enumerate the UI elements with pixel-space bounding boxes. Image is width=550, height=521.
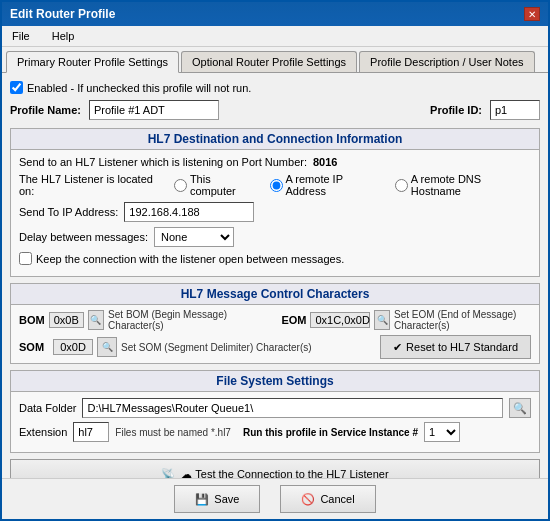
profile-name-label: Profile Name:: [10, 104, 81, 116]
menu-file[interactable]: File: [6, 28, 36, 44]
test-connection-button[interactable]: 📡 ☁ Test the Connection to the HL7 Liste…: [10, 459, 540, 478]
hl7-destination-section: HL7 Destination and Connection Informati…: [10, 128, 540, 277]
profile-name-input[interactable]: [89, 100, 219, 120]
radio-group: This computer A remote IP Address A remo…: [174, 173, 531, 197]
main-content: Enabled - If unchecked this profile will…: [2, 73, 548, 478]
check-icon: ✔: [393, 341, 402, 354]
keep-conn-label: Keep the connection with the listener op…: [19, 252, 344, 265]
save-icon: 💾: [195, 493, 209, 506]
som-label: SOM: [19, 341, 49, 353]
som-item: SOM 0x0D 🔍 Set SOM (Segment Delimiter) C…: [19, 337, 312, 357]
port-value: 8016: [313, 156, 337, 168]
som-reset-row: SOM 0x0D 🔍 Set SOM (Segment Delimiter) C…: [11, 335, 539, 363]
data-folder-row: Data Folder 🔍: [19, 398, 531, 418]
ip-address-row: Send To IP Address:: [19, 202, 531, 222]
tab-primary[interactable]: Primary Router Profile Settings: [6, 51, 179, 73]
delay-select[interactable]: None 100ms 250ms 500ms 1 sec: [154, 227, 234, 247]
delay-row: Delay between messages: None 100ms 250ms…: [19, 227, 531, 247]
extension-input[interactable]: [73, 422, 109, 442]
files-note: Files must be named *.hl7: [115, 427, 231, 438]
profile-row: Profile Name: Profile ID:: [10, 100, 540, 120]
radio-remote-dns: A remote DNS Hostname: [395, 173, 531, 197]
hl7-destination-title: HL7 Destination and Connection Informati…: [11, 129, 539, 150]
som-search-btn[interactable]: 🔍: [97, 337, 117, 357]
save-button[interactable]: 💾 Save: [174, 485, 260, 513]
hl7-destination-body: Send to an HL7 Listener which is listeni…: [11, 150, 539, 276]
data-folder-input[interactable]: [82, 398, 503, 418]
eom-desc: Set EOM (End of Message) Character(s): [394, 309, 531, 331]
eom-item: EOM 0x1C,0x0D 🔍 Set EOM (End of Message)…: [281, 309, 531, 331]
file-system-title: File System Settings: [11, 371, 539, 392]
title-bar: Edit Router Profile ✕: [2, 2, 548, 26]
edit-router-profile-window: Edit Router Profile ✕ File Help Primary …: [0, 0, 550, 521]
bom-item: BOM 0x0B 🔍 Set BOM (Begin Message) Chara…: [19, 309, 249, 331]
bottom-bar: 💾 Save 🚫 Cancel: [2, 478, 548, 519]
bom-search-btn[interactable]: 🔍: [88, 310, 104, 330]
char-rows-container: BOM 0x0B 🔍 Set BOM (Begin Message) Chara…: [11, 305, 539, 335]
cancel-button[interactable]: 🚫 Cancel: [280, 485, 375, 513]
bom-value: 0x0B: [49, 312, 84, 328]
title-bar-buttons: ✕: [524, 7, 540, 21]
som-desc: Set SOM (Segment Delimiter) Character(s): [121, 342, 312, 353]
window-title: Edit Router Profile: [10, 7, 115, 21]
file-system-body: Data Folder 🔍 Extension Files must be na…: [11, 392, 539, 452]
extension-label: Extension: [19, 426, 67, 438]
data-folder-label: Data Folder: [19, 402, 76, 414]
enabled-row: Enabled - If unchecked this profile will…: [10, 81, 540, 94]
radio-remote-ip: A remote IP Address: [270, 173, 383, 197]
browse-button[interactable]: 🔍: [509, 398, 531, 418]
file-system-section: File System Settings Data Folder 🔍 Exten…: [10, 370, 540, 453]
ip-address-input[interactable]: [124, 202, 254, 222]
profile-id-input[interactable]: [490, 100, 540, 120]
port-row: Send to an HL7 Listener which is listeni…: [19, 156, 531, 168]
eom-value: 0x1C,0x0D: [310, 312, 370, 328]
ip-address-label: Send To IP Address:: [19, 206, 118, 218]
enabled-label: Enabled - If unchecked this profile will…: [27, 82, 251, 94]
keep-conn-checkbox[interactable]: [19, 252, 32, 265]
reset-hl7-button[interactable]: ✔ Reset to HL7 Standard: [380, 335, 531, 359]
profile-id-label: Profile ID:: [430, 104, 482, 116]
enabled-checkbox[interactable]: [10, 81, 23, 94]
extension-row: Extension Files must be named *.hl7 Run …: [19, 422, 531, 442]
listener-label: The HL7 Listener is located on:: [19, 173, 168, 197]
bom-desc: Set BOM (Begin Message) Character(s): [108, 309, 249, 331]
close-button[interactable]: ✕: [524, 7, 540, 21]
service-label: Run this profile in Service Instance #: [243, 427, 418, 438]
radio-this-computer: This computer: [174, 173, 258, 197]
service-select[interactable]: 1 2 3: [424, 422, 460, 442]
cancel-icon: 🚫: [301, 493, 315, 506]
tab-optional[interactable]: Optional Router Profile Settings: [181, 51, 357, 72]
tab-description[interactable]: Profile Description / User Notes: [359, 51, 534, 72]
antenna-icon: 📡: [161, 468, 175, 479]
delay-label: Delay between messages:: [19, 231, 148, 243]
som-value: 0x0D: [53, 339, 93, 355]
bom-label: BOM: [19, 314, 45, 326]
hl7-chars-title: HL7 Message Control Characters: [11, 284, 539, 305]
port-label: Send to an HL7 Listener which is listeni…: [19, 156, 307, 168]
hl7-chars-section: HL7 Message Control Characters BOM 0x0B …: [10, 283, 540, 364]
tab-bar: Primary Router Profile Settings Optional…: [2, 47, 548, 73]
listener-row: The HL7 Listener is located on: This com…: [19, 173, 531, 197]
menu-bar: File Help: [2, 26, 548, 47]
keep-conn-row: Keep the connection with the listener op…: [19, 252, 531, 265]
eom-label: EOM: [281, 314, 306, 326]
eom-search-btn[interactable]: 🔍: [374, 310, 390, 330]
menu-help[interactable]: Help: [46, 28, 81, 44]
